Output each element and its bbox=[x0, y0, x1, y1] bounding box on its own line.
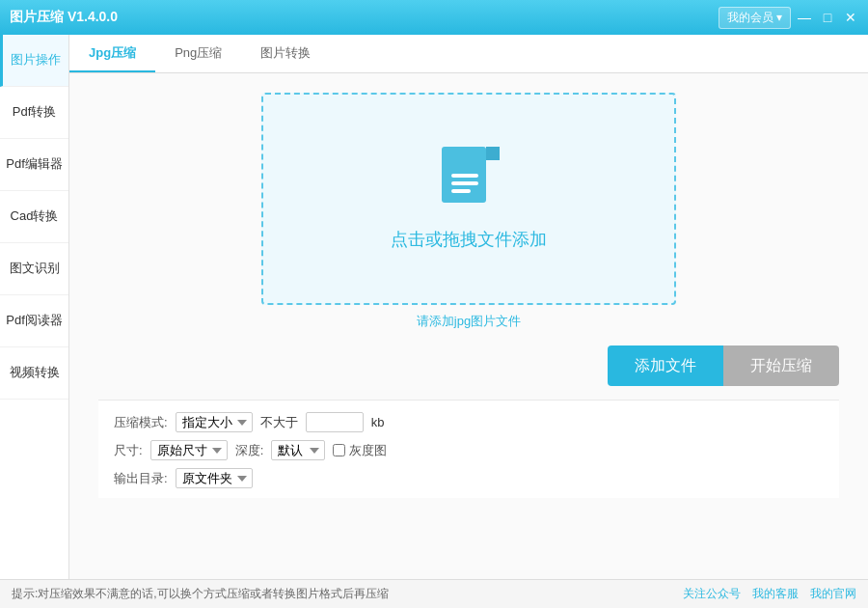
add-file-button[interactable]: 添加文件 bbox=[608, 345, 723, 386]
grayscale-checkbox[interactable] bbox=[333, 444, 345, 456]
size-input[interactable] bbox=[306, 412, 364, 432]
sidebar-item-pdf-reader[interactable]: Pdf阅读器 bbox=[0, 295, 68, 347]
settings-row-output: 输出目录: 原文件夹 自定义 bbox=[114, 468, 824, 488]
size-unit-label: kb bbox=[371, 415, 385, 429]
sidebar-item-ocr[interactable]: 图文识别 bbox=[0, 243, 68, 295]
compress-mode-select[interactable]: 指定大小 指定质量 最大压缩 bbox=[176, 412, 253, 432]
not-exceed-label: 不大于 bbox=[260, 414, 298, 431]
app-body: 图片操作 Pdf转换 Pdf编辑器 Cad转换 图文识别 Pdf阅读器 视频转换… bbox=[0, 35, 868, 608]
document-icon bbox=[438, 147, 500, 216]
sidebar-item-cad-convert[interactable]: Cad转换 bbox=[0, 191, 68, 243]
depth-select[interactable]: 默认 8位 16位 bbox=[271, 440, 325, 460]
start-compress-button: 开始压缩 bbox=[723, 345, 839, 386]
drop-zone[interactable]: 点击或拖拽文件添加 bbox=[261, 93, 676, 305]
hint-text: 请添加jpg图片文件 bbox=[417, 313, 521, 330]
svg-rect-3 bbox=[451, 174, 478, 178]
button-row: 添加文件 开始压缩 bbox=[98, 345, 839, 386]
grayscale-label: 灰度图 bbox=[349, 442, 387, 459]
output-dir-label: 输出目录: bbox=[114, 470, 168, 487]
window-controls: — □ ✕ bbox=[797, 10, 858, 25]
close-button[interactable]: ✕ bbox=[843, 10, 858, 25]
status-links: 关注公众号 我的客服 我的官网 bbox=[683, 586, 856, 602]
tab-convert[interactable]: 图片转换 bbox=[241, 36, 330, 72]
official-account-link[interactable]: 关注公众号 bbox=[683, 586, 741, 602]
settings-row-size: 尺寸: 原始尺寸 自定义 深度: 默认 8位 16位 灰度图 bbox=[114, 440, 824, 460]
title-bar: 图片压缩 V1.4.0.0 我的会员 ▾ — □ ✕ bbox=[0, 0, 868, 35]
customer-service-link[interactable]: 我的客服 bbox=[752, 586, 799, 602]
minimize-button[interactable]: — bbox=[797, 10, 812, 25]
size-label: 尺寸: bbox=[114, 442, 143, 459]
settings-area: 压缩模式: 指定大小 指定质量 最大压缩 不大于 kb 尺寸: 原始尺寸 自定 bbox=[98, 400, 839, 498]
size-select[interactable]: 原始尺寸 自定义 bbox=[150, 440, 228, 460]
title-right-area: 我的会员 ▾ — □ ✕ bbox=[719, 7, 858, 29]
tab-png[interactable]: Png压缩 bbox=[155, 36, 241, 72]
sidebar-item-video-convert[interactable]: 视频转换 bbox=[0, 347, 68, 400]
sidebar-item-pdf-convert[interactable]: Pdf转换 bbox=[0, 87, 68, 139]
drop-zone-text: 点击或拖拽文件添加 bbox=[391, 228, 547, 251]
grayscale-wrap: 灰度图 bbox=[333, 442, 387, 459]
sidebar: 图片操作 Pdf转换 Pdf编辑器 Cad转换 图文识别 Pdf阅读器 视频转换 bbox=[0, 35, 69, 608]
svg-rect-2 bbox=[486, 147, 500, 160]
main-area: 点击或拖拽文件添加 请添加jpg图片文件 添加文件 开始压缩 压缩模式: 指定大… bbox=[69, 73, 868, 608]
status-bar: 提示:对压缩效果不满意的话,可以换个方式压缩或者转换图片格式后再压缩 关注公众号… bbox=[0, 579, 868, 608]
output-dir-select[interactable]: 原文件夹 自定义 bbox=[176, 468, 253, 488]
sidebar-item-image-ops[interactable]: 图片操作 bbox=[0, 35, 68, 87]
sidebar-item-pdf-editor[interactable]: Pdf编辑器 bbox=[0, 139, 68, 191]
status-hint: 提示:对压缩效果不满意的话,可以换个方式压缩或者转换图片格式后再压缩 bbox=[12, 586, 389, 602]
official-site-link[interactable]: 我的官网 bbox=[810, 586, 856, 602]
app-title: 图片压缩 V1.4.0.0 bbox=[10, 9, 118, 26]
member-button[interactable]: 我的会员 ▾ bbox=[719, 7, 791, 29]
settings-row-compress: 压缩模式: 指定大小 指定质量 最大压缩 不大于 kb bbox=[114, 412, 824, 432]
svg-rect-5 bbox=[451, 189, 471, 193]
compress-mode-label: 压缩模式: bbox=[114, 414, 168, 431]
maximize-button[interactable]: □ bbox=[820, 10, 835, 25]
content-area: Jpg压缩 Png压缩 图片转换 bbox=[69, 35, 868, 608]
depth-label: 深度: bbox=[235, 442, 264, 459]
tab-bar: Jpg压缩 Png压缩 图片转换 bbox=[69, 35, 868, 73]
svg-rect-4 bbox=[451, 181, 478, 185]
tab-jpg[interactable]: Jpg压缩 bbox=[69, 36, 155, 72]
